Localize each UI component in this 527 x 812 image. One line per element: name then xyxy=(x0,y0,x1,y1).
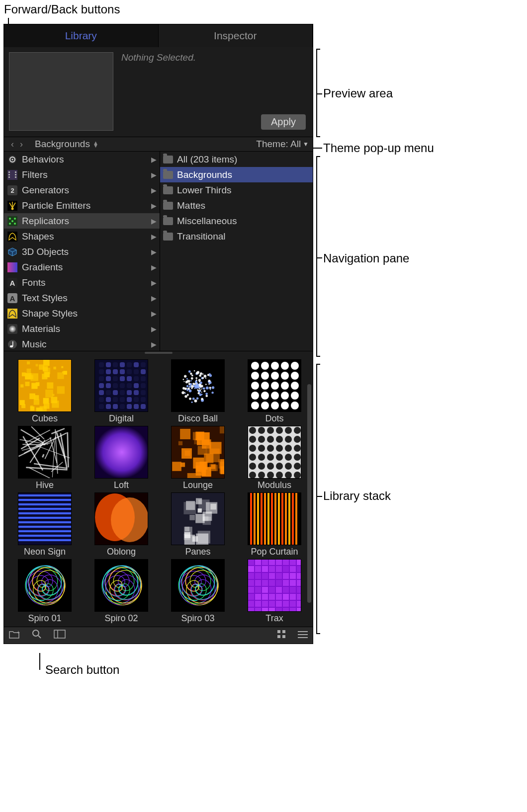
tab-library[interactable]: Library xyxy=(4,24,159,47)
library-item[interactable]: Dots xyxy=(238,359,311,424)
svg-rect-93 xyxy=(134,369,139,374)
library-item[interactable]: Neon Sign xyxy=(8,492,82,557)
category-item[interactable]: Materials ▶ xyxy=(4,321,160,336)
svg-rect-7 xyxy=(15,171,16,173)
subcategory-column[interactable]: All (203 items) Backgrounds Lower Thirds… xyxy=(160,152,313,351)
svg-rect-445 xyxy=(262,573,268,579)
emitter-icon xyxy=(7,200,18,211)
library-item[interactable]: Oblong xyxy=(85,492,158,557)
category-label: Music xyxy=(22,339,47,350)
svg-rect-409 xyxy=(250,492,252,545)
svg-rect-467 xyxy=(248,594,254,600)
chevron-right-icon: ▶ xyxy=(151,217,157,225)
thumbnail xyxy=(171,359,225,412)
category-item[interactable]: Replicators ▶ xyxy=(4,213,160,229)
callout-forward-back: Forward/Back buttons xyxy=(4,2,120,16)
svg-rect-100 xyxy=(134,376,139,381)
category-item[interactable]: Shapes ▶ xyxy=(4,229,160,244)
svg-point-144 xyxy=(205,384,207,385)
subcategory-label: Transitional xyxy=(177,231,226,242)
search-icon[interactable] xyxy=(32,629,42,642)
tab-inspector[interactable]: Inspector xyxy=(159,24,313,47)
theme-popup-menu[interactable]: Theme: All ▼ xyxy=(256,139,309,150)
svg-rect-105 xyxy=(120,383,125,388)
pentool-icon xyxy=(7,308,18,319)
subcategory-item[interactable]: Miscellaneous xyxy=(160,213,313,229)
library-item[interactable]: Cubes xyxy=(8,359,82,424)
svg-rect-8 xyxy=(15,174,16,175)
category-item[interactable]: 2 Generators ▶ xyxy=(4,182,160,198)
back-button[interactable]: ‹ xyxy=(8,139,17,150)
library-item[interactable]: Hive xyxy=(8,426,82,490)
svg-rect-418 xyxy=(281,492,283,545)
category-item[interactable]: Particle Emitters ▶ xyxy=(4,198,160,213)
library-item[interactable]: Disco Ball xyxy=(161,359,235,424)
apply-button[interactable]: Apply xyxy=(261,114,306,130)
svg-point-243 xyxy=(191,388,192,389)
callout-line xyxy=(316,257,322,258)
grid-view-icon[interactable] xyxy=(277,630,286,641)
library-item[interactable]: Modulus xyxy=(238,426,311,490)
library-item[interactable]: Pop Curtain xyxy=(238,492,311,557)
svg-point-151 xyxy=(190,380,191,381)
category-item[interactable]: 3D Objects ▶ xyxy=(4,244,160,259)
svg-point-199 xyxy=(203,388,205,390)
svg-text:+: + xyxy=(17,630,20,635)
category-label: Replicators xyxy=(22,216,69,227)
thumbnail-label: Modulus xyxy=(258,480,291,490)
callout-line xyxy=(316,633,320,634)
library-item[interactable]: Lounge xyxy=(161,426,235,490)
svg-point-20 xyxy=(11,220,13,222)
svg-point-225 xyxy=(203,390,205,392)
svg-point-18 xyxy=(9,218,11,220)
library-item[interactable]: Digital xyxy=(85,359,158,424)
library-item[interactable]: Spiro 01 xyxy=(8,559,82,624)
svg-point-353 xyxy=(294,445,301,452)
subcategory-item[interactable]: Lower Thirds xyxy=(160,182,313,198)
subcategory-item[interactable]: Backgrounds xyxy=(160,167,313,182)
library-item[interactable]: Trax xyxy=(238,559,311,624)
svg-rect-440 xyxy=(283,566,289,572)
svg-point-336 xyxy=(249,427,256,434)
sidebar-icon[interactable] xyxy=(54,630,66,641)
svg-point-275 xyxy=(281,402,289,409)
svg-point-273 xyxy=(261,402,269,409)
svg-rect-431 xyxy=(276,559,282,565)
list-view-icon[interactable] xyxy=(298,630,308,641)
library-item[interactable]: Panes xyxy=(161,492,235,557)
subcategory-item[interactable]: Mattes xyxy=(160,198,313,213)
library-item[interactable]: Spiro 03 xyxy=(161,559,235,624)
svg-rect-96 xyxy=(106,376,111,381)
category-item[interactable]: Shape Styles ▶ xyxy=(4,306,160,321)
svg-point-351 xyxy=(276,445,283,452)
category-item[interactable]: Music ▶ xyxy=(4,336,160,351)
svg-point-238 xyxy=(209,374,212,377)
thumbnail-label: Panes xyxy=(185,547,210,557)
category-item[interactable]: Behaviors ▶ xyxy=(4,152,160,167)
category-column[interactable]: Behaviors ▶ Filters ▶2 Generators ▶ Part… xyxy=(4,152,160,351)
library-item[interactable]: Spiro 02 xyxy=(85,559,158,624)
subcategory-item[interactable]: All (203 items) xyxy=(160,152,313,167)
category-label: Behaviors xyxy=(22,154,64,165)
new-folder-icon[interactable]: + xyxy=(9,630,20,641)
library-panel: Library Inspector Nothing Selected. Appl… xyxy=(3,24,313,644)
svg-rect-414 xyxy=(267,492,269,545)
svg-rect-416 xyxy=(274,492,276,545)
svg-point-362 xyxy=(267,463,274,470)
library-stack[interactable]: Cubes Digital Disco Ball Dots Hive Loft … xyxy=(4,354,313,627)
category-item[interactable]: Filters ▶ xyxy=(4,167,160,182)
svg-point-35 xyxy=(9,325,16,332)
subcategory-item[interactable]: Transitional xyxy=(160,229,313,244)
svg-point-270 xyxy=(281,392,289,400)
svg-rect-456 xyxy=(283,580,289,586)
svg-point-223 xyxy=(207,374,209,376)
svg-point-271 xyxy=(291,392,299,400)
breadcrumb[interactable]: Backgrounds ▲▼ xyxy=(35,139,98,150)
svg-point-22 xyxy=(14,223,16,225)
category-item[interactable]: Gradients ▶ xyxy=(4,259,160,275)
category-item[interactable]: A Text Styles ▶ xyxy=(4,290,160,306)
scrollbar[interactable] xyxy=(307,384,311,603)
category-item[interactable]: A Fonts ▶ xyxy=(4,275,160,290)
library-item[interactable]: Loft xyxy=(85,426,158,490)
forward-button[interactable]: › xyxy=(17,139,26,150)
